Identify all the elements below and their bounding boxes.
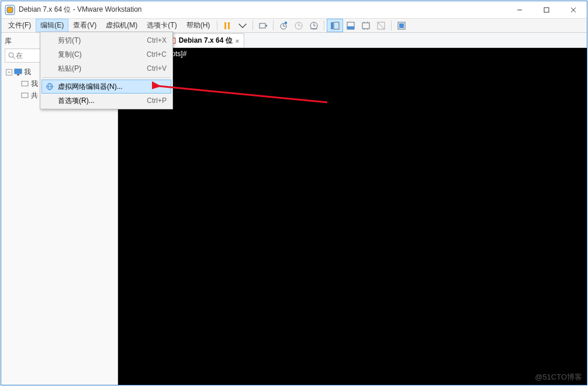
toolbar-dropdown-icon[interactable] bbox=[235, 19, 250, 32]
svg-rect-13 bbox=[331, 22, 333, 29]
app-icon bbox=[5, 5, 15, 15]
title-bar: Debian 7.x 64 位 - VMware Workstation bbox=[1, 1, 587, 19]
menu-file[interactable]: 文件(F) bbox=[4, 19, 36, 32]
svg-rect-17 bbox=[362, 23, 369, 29]
minimize-button[interactable] bbox=[506, 1, 533, 19]
edit-menu-dropdown: 剪切(T) Ctrl+X 复制(C) Ctrl+C 粘贴(P) Ctrl+V 虚… bbox=[40, 32, 173, 109]
svg-rect-14 bbox=[334, 22, 339, 29]
toolbar-fullscreen-button[interactable] bbox=[394, 19, 409, 32]
menu-virtual-network-editor[interactable]: 虚拟网络编辑器(N)... bbox=[41, 80, 171, 94]
watermark: @51CTO博客 bbox=[535, 372, 582, 382]
svg-point-22 bbox=[9, 53, 13, 57]
svg-rect-25 bbox=[17, 74, 19, 75]
svg-rect-24 bbox=[15, 69, 22, 74]
search-icon bbox=[8, 51, 16, 60]
toolbar-view-3-button[interactable] bbox=[358, 19, 373, 32]
svg-rect-21 bbox=[399, 23, 404, 28]
svg-rect-10 bbox=[285, 22, 287, 24]
toolbar-snapshot-manager-button[interactable] bbox=[306, 19, 321, 32]
vm-icon bbox=[21, 80, 29, 88]
vm-terminal[interactable]: ost network-scripts]# bbox=[118, 48, 587, 385]
svg-rect-26 bbox=[22, 81, 28, 86]
menu-separator bbox=[43, 77, 170, 78]
svg-rect-3 bbox=[544, 8, 549, 12]
menu-preferences[interactable]: 首选项(R)... Ctrl+P bbox=[41, 94, 171, 108]
menu-vm[interactable]: 虚拟机(M) bbox=[101, 19, 142, 32]
tab-strip: ⌂ 主页 × Debian 7.x 64 位 × bbox=[118, 33, 587, 48]
svg-rect-16 bbox=[347, 26, 354, 29]
menu-bar: 文件(F) 编辑(E) 查看(V) 虚拟机(M) 选项卡(T) 帮助(H) bbox=[1, 19, 587, 33]
svg-rect-6 bbox=[224, 22, 226, 29]
toolbar-snapshot-revert-button[interactable] bbox=[291, 19, 306, 32]
svg-rect-8 bbox=[260, 23, 265, 28]
collapse-icon[interactable]: − bbox=[6, 69, 12, 75]
globe-icon bbox=[45, 82, 54, 91]
toolbar-snapshot-button[interactable] bbox=[276, 19, 291, 32]
menu-copy[interactable]: 复制(C) Ctrl+C bbox=[41, 47, 171, 61]
menu-paste[interactable]: 粘贴(P) Ctrl+V bbox=[41, 61, 171, 75]
close-button[interactable] bbox=[560, 1, 587, 19]
tree-item-label: 我 bbox=[31, 79, 38, 89]
toolbar-pause-button[interactable] bbox=[220, 19, 235, 32]
toolbar-send-button[interactable] bbox=[255, 19, 271, 32]
window-title: Debian 7.x 64 位 - VMware Workstation bbox=[19, 5, 506, 15]
menu-cut[interactable]: 剪切(T) Ctrl+X bbox=[41, 33, 171, 47]
shared-icon bbox=[21, 91, 29, 99]
toolbar-view-4-button[interactable] bbox=[373, 19, 389, 32]
monitor-icon bbox=[14, 68, 22, 76]
svg-rect-1 bbox=[7, 7, 13, 13]
tab-label: Debian 7.x 64 位 bbox=[179, 36, 233, 46]
main-area: ⌂ 主页 × Debian 7.x 64 位 × ost network-scr… bbox=[118, 33, 587, 385]
svg-line-23 bbox=[13, 57, 15, 59]
svg-rect-7 bbox=[228, 22, 230, 29]
menu-view[interactable]: 查看(V) bbox=[68, 19, 101, 32]
menu-help[interactable]: 帮助(H) bbox=[182, 19, 215, 32]
toolbar-view-2-button[interactable] bbox=[343, 19, 358, 32]
menu-edit[interactable]: 编辑(E) bbox=[36, 19, 68, 32]
tree-root-label: 我 bbox=[24, 67, 31, 77]
svg-rect-27 bbox=[22, 93, 28, 98]
menu-tabs[interactable]: 选项卡(T) bbox=[142, 19, 181, 32]
tree-item-label: 共 bbox=[31, 91, 38, 101]
maximize-button[interactable] bbox=[533, 1, 560, 19]
toolbar-view-1-button[interactable] bbox=[327, 19, 343, 32]
svg-line-19 bbox=[378, 22, 385, 29]
tab-vm[interactable]: Debian 7.x 64 位 × bbox=[162, 33, 244, 47]
tab-close-icon[interactable]: × bbox=[236, 37, 239, 44]
